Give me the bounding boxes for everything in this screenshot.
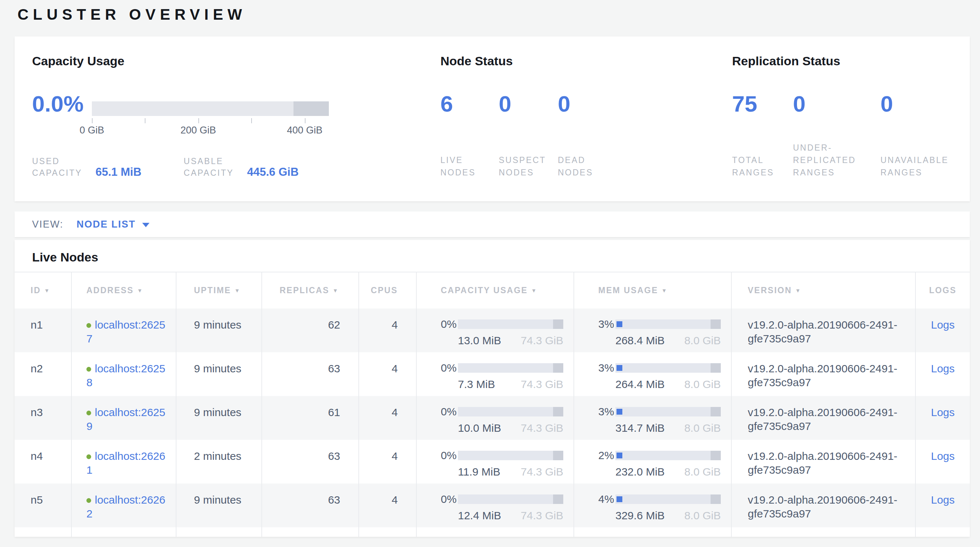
column-header-label: ID (30, 286, 41, 295)
mem-usage-bar (616, 451, 721, 460)
gauge-tick (251, 118, 252, 123)
node-id-cell: n2 (14, 352, 72, 396)
mem-usage-percent: 4% (598, 492, 616, 506)
mem-usage-bar (616, 320, 721, 329)
node-logs-link[interactable]: Logs (931, 319, 955, 331)
partial-cell (416, 527, 574, 537)
node-address-cell: localhost:26259 (72, 396, 176, 440)
mem-total-value: 8.0 GiB (684, 377, 721, 391)
mem-usage-meter: 4% (598, 492, 721, 506)
node-address-link[interactable]: localhost:26261 (86, 450, 165, 476)
column-header-id[interactable]: ID▼ (14, 272, 72, 308)
column-header-label: CPUS (371, 286, 398, 295)
node-uptime-cell: 9 minutes (176, 396, 262, 440)
mem-bar-dark-segment (711, 363, 721, 373)
column-header-uptime[interactable]: UPTIME▼ (176, 272, 262, 308)
node-version-cell: v19.2.0-alpha.20190606-2491-gfe735c9a97 (731, 352, 915, 396)
column-header-capacity[interactable]: CAPACITY USAGE▼ (416, 272, 574, 308)
capacity-usage-bar (458, 407, 563, 417)
mem-usage-cell: 2%232.0 MiB8.0 GiB (574, 440, 731, 483)
mem-usage-values: 232.0 MiB8.0 GiB (616, 465, 721, 479)
mem-used-fill (617, 409, 622, 415)
capacity-used-value: 7.3 MiB (458, 377, 495, 391)
capacity-usage-values: 10.0 MiB74.3 GiB (458, 421, 563, 435)
capacity-usage-meter: 0% (441, 317, 563, 331)
node-address-link[interactable]: localhost:26257 (86, 319, 165, 345)
column-header-label: MEM USAGE (598, 286, 658, 295)
mem-used-fill (617, 321, 622, 327)
under-replicated-ranges-label: UNDER-REPLICATED RANGES (793, 142, 878, 179)
mem-total-value: 8.0 GiB (684, 509, 721, 523)
node-logs-link[interactable]: Logs (931, 494, 955, 506)
live-nodes-title: Live Nodes (14, 240, 970, 272)
column-header-mem[interactable]: MEM USAGE▼ (574, 272, 731, 308)
mem-usage-cell: 3%268.4 MiB8.0 GiB (574, 308, 731, 352)
capacity-used-value: 10.0 MiB (458, 421, 501, 435)
capacity-stats: USED CAPACITY 65.1 MiB USABLE CAPACITY 4… (32, 155, 341, 179)
node-address-cell: localhost:26261 (72, 440, 176, 483)
view-label: VIEW: (32, 219, 64, 230)
node-replicas-cell: 61 (262, 396, 359, 440)
node-list-dropdown[interactable]: NODE LIST (76, 219, 150, 230)
column-header-address[interactable]: ADDRESS▼ (72, 272, 176, 308)
capacity-usage-percent: 0% (441, 448, 458, 463)
table-row: n1localhost:262579 minutes6240%13.0 MiB7… (14, 308, 970, 352)
node-cpus-cell: 4 (359, 396, 416, 440)
capacity-total-value: 74.3 GiB (520, 334, 563, 348)
mem-used-fill (617, 453, 622, 458)
summary-card: Capacity Usage 0.0% 0 GiB 200 GiB 400 Gi… (14, 37, 970, 201)
node-logs-link[interactable]: Logs (931, 450, 955, 462)
node-logs-cell: Logs (915, 352, 970, 396)
table-row: n2localhost:262589 minutes6340%7.3 MiB74… (14, 352, 970, 396)
column-header-replicas[interactable]: REPLICAS▼ (262, 272, 359, 308)
gauge-tick-label: 400 GiB (287, 125, 323, 136)
capacity-used-value: 12.4 MiB (458, 509, 501, 523)
node-logs-link[interactable]: Logs (931, 363, 955, 375)
capacity-usage-bar (458, 451, 563, 460)
mem-used-fill (617, 496, 622, 502)
node-address-link[interactable]: localhost:26258 (86, 363, 165, 388)
gauge-tick (145, 118, 145, 123)
node-address-link[interactable]: localhost:26262 (86, 494, 165, 520)
node-id-cell: n3 (14, 396, 72, 440)
total-ranges-count: 75 (732, 92, 757, 116)
node-cpus-cell: 4 (359, 483, 416, 527)
capacity-usage-values: 12.4 MiB74.3 GiB (458, 509, 563, 523)
node-address-link[interactable]: localhost:26259 (86, 406, 165, 432)
mem-usage-meter: 3% (598, 405, 721, 419)
column-header-version[interactable]: VERSION▼ (731, 272, 915, 308)
capacity-usage-meter: 0% (441, 492, 563, 506)
capacity-usage-bar (458, 363, 563, 373)
capacity-total-value: 74.3 GiB (520, 509, 563, 523)
partial-table-row (14, 527, 970, 537)
node-logs-link[interactable]: Logs (931, 406, 955, 418)
gauge-tick (305, 118, 305, 123)
column-header-label: LOGS (929, 286, 956, 295)
sort-arrow-icon: ▼ (137, 287, 143, 294)
mem-usage-cell: 3%314.7 MiB8.0 GiB (574, 396, 731, 440)
node-logs-cell: Logs (915, 483, 970, 527)
node-version-cell: v19.2.0-alpha.20190606-2491-gfe735c9a97 (731, 440, 915, 483)
column-header-cpus[interactable]: CPUS (359, 272, 416, 308)
live-status-dot-icon (86, 454, 91, 459)
partial-cell (262, 527, 359, 537)
capacity-usage-values: 13.0 MiB74.3 GiB (458, 334, 563, 348)
node-logs-cell: Logs (915, 440, 970, 483)
mem-usage-percent: 3% (598, 317, 616, 331)
mem-usage-bar (616, 363, 721, 373)
capacity-percent: 0.0% (32, 92, 92, 116)
node-address-cell: localhost:26257 (72, 308, 176, 352)
live-status-dot-icon (86, 323, 91, 328)
partial-cell (915, 527, 970, 537)
mem-total-value: 8.0 GiB (684, 421, 721, 435)
capacity-usage-percent: 0% (441, 361, 458, 375)
gauge-tick (198, 118, 199, 123)
capacity-total-value: 74.3 GiB (520, 421, 563, 435)
mem-usage-bar (616, 495, 721, 504)
capacity-usage-meter: 0% (441, 448, 563, 463)
mem-usage-cell: 3%264.4 MiB8.0 GiB (574, 352, 731, 396)
column-header-logs[interactable]: LOGS (915, 272, 970, 308)
dead-nodes-count: 0 (558, 92, 570, 116)
mem-used-value: 268.4 MiB (616, 334, 665, 348)
mem-usage-meter: 3% (598, 361, 721, 375)
